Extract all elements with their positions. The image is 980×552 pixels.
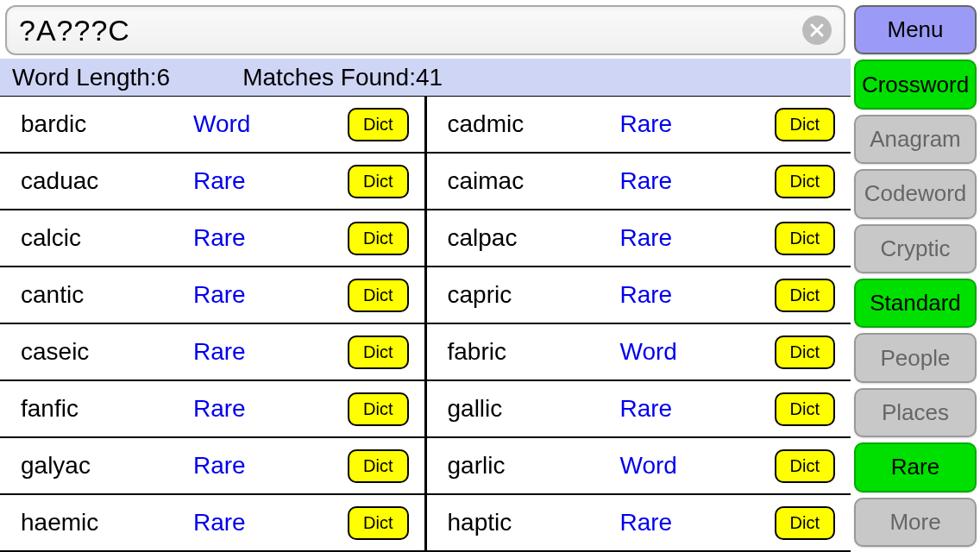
word-tag[interactable]: Word [620, 452, 741, 480]
dict-button[interactable]: Dict [775, 222, 835, 255]
table-row: calcicRareDict [0, 210, 424, 267]
word-tag[interactable]: Rare [620, 281, 741, 309]
standard-button[interactable]: Standard [854, 279, 977, 328]
word-tag[interactable]: Rare [193, 452, 314, 480]
word-tag[interactable]: Rare [193, 338, 314, 366]
status-bar: Word Length:6 Matches Found:41 [0, 59, 851, 96]
search-value: ?A???C [19, 14, 802, 47]
matches-found-label: Matches Found:41 [242, 64, 443, 91]
rare-button[interactable]: Rare [854, 442, 977, 492]
dict-button[interactable]: Dict [775, 506, 835, 540]
word-tag[interactable]: Rare [620, 224, 741, 252]
crossword-button[interactable]: Crossword [854, 60, 977, 109]
table-row: fanficRareDict [0, 381, 424, 438]
word-length-label: Word Length:6 [12, 64, 170, 91]
dict-button[interactable]: Dict [775, 392, 835, 426]
more-button[interactable]: More [854, 498, 977, 547]
people-button[interactable]: People [854, 333, 977, 382]
table-row: caimacRareDict [427, 154, 851, 210]
word-tag[interactable]: Rare [620, 110, 741, 138]
table-row: canticRareDict [0, 267, 424, 324]
dict-button[interactable]: Dict [775, 108, 835, 141]
word-tag[interactable]: Rare [193, 395, 314, 423]
places-button[interactable]: Places [854, 388, 977, 437]
table-row: caseicRareDict [0, 324, 424, 381]
word-tag[interactable]: Rare [193, 167, 314, 195]
dict-button[interactable]: Dict [348, 165, 408, 198]
table-row: calpacRareDict [427, 210, 851, 267]
word-tag[interactable]: Word [193, 110, 314, 138]
table-row: haemicRareDict [0, 495, 424, 552]
codeword-button[interactable]: Codeword [854, 169, 977, 218]
anagram-button[interactable]: Anagram [854, 115, 977, 164]
table-row: garlicWordDict [427, 438, 851, 495]
cryptic-button[interactable]: Cryptic [854, 224, 977, 273]
table-row: galyacRareDict [0, 438, 424, 495]
search-input[interactable]: ?A???C [5, 5, 845, 55]
results-column-left: bardicWordDict caduacRareDict calcicRare… [0, 97, 427, 552]
dict-button[interactable]: Dict [775, 336, 835, 369]
dict-button[interactable]: Dict [348, 108, 408, 141]
clear-icon[interactable] [802, 16, 832, 45]
table-row: fabricWordDict [427, 324, 851, 381]
table-row: bardicWordDict [0, 97, 424, 154]
word-tag[interactable]: Rare [620, 167, 741, 195]
table-row: caduacRareDict [0, 154, 424, 210]
table-row: hapticRareDict [427, 495, 851, 552]
dict-button[interactable]: Dict [348, 392, 408, 426]
sidebar: Menu Crossword Anagram Codeword Cryptic … [851, 0, 980, 552]
dict-button[interactable]: Dict [348, 222, 408, 255]
dict-button[interactable]: Dict [775, 165, 835, 198]
dict-button[interactable]: Dict [775, 279, 835, 312]
table-row: capricRareDict [427, 267, 851, 324]
dict-button[interactable]: Dict [348, 279, 408, 312]
dict-button[interactable]: Dict [348, 506, 408, 540]
results-grid: bardicWordDict caduacRareDict calcicRare… [0, 96, 851, 552]
dict-button[interactable]: Dict [348, 336, 408, 369]
word-tag[interactable]: Rare [193, 224, 314, 252]
word-tag[interactable]: Rare [193, 509, 314, 536]
dict-button[interactable]: Dict [348, 449, 408, 483]
results-column-right: cadmicRareDict caimacRareDict calpacRare… [427, 97, 851, 552]
table-row: cadmicRareDict [427, 97, 851, 154]
word-tag[interactable]: Word [620, 338, 741, 366]
dict-button[interactable]: Dict [775, 449, 835, 483]
word-tag[interactable]: Rare [620, 509, 741, 536]
word-tag[interactable]: Rare [620, 395, 741, 423]
menu-button[interactable]: Menu [854, 5, 977, 54]
table-row: gallicRareDict [427, 381, 851, 438]
word-tag[interactable]: Rare [193, 281, 314, 309]
